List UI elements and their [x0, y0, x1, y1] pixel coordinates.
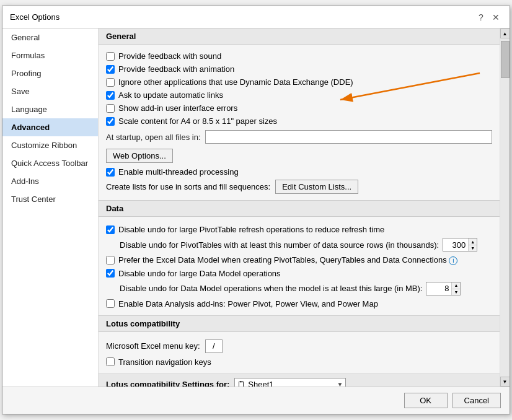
custom-lists-label: Create lists for use in sorts and fill s… [106, 182, 270, 191]
sidebar-item-general[interactable]: General [2, 28, 98, 46]
update-links-checkbox[interactable] [106, 91, 115, 100]
data-section-header: Data [99, 200, 500, 217]
sidebar-item-quick-access[interactable]: Quick Access Toolbar [2, 154, 98, 172]
scale-content-checkbox[interactable] [106, 117, 115, 126]
cancel-button[interactable]: Cancel [452, 393, 501, 408]
lotus-menu-key-row: Microsoft Excel menu key: [106, 337, 492, 356]
info-icon[interactable]: i [449, 256, 457, 265]
sidebar-item-customize-ribbon[interactable]: Customize Ribbon [2, 136, 98, 154]
help-button[interactable]: ? [475, 11, 487, 24]
ignore-dde-checkbox[interactable] [106, 78, 115, 87]
footer: OK Cancel [2, 387, 510, 414]
sidebar: General Formulas Proofing Save Language … [2, 28, 99, 387]
spinbox-buttons-2: ▲ ▼ [451, 282, 460, 295]
undo-dm-mb-row: Disable undo for Data Model operations w… [106, 280, 492, 297]
option-multithreaded: Enable multi-threaded processing [106, 165, 492, 178]
spin-down-btn[interactable]: ▼ [468, 245, 477, 251]
show-addin-errors-label[interactable]: Show add-in user interface errors [118, 103, 237, 113]
scale-content-label[interactable]: Scale content for A4 or 8.5 x 11" paper … [118, 116, 277, 126]
custom-lists-row: Create lists for use in sorts and fill s… [106, 178, 492, 195]
lotus-settings-for-value: Sheet1 [245, 380, 337, 387]
spin-down-btn-2[interactable]: ▼ [451, 289, 460, 295]
sidebar-item-add-ins[interactable]: Add-Ins [2, 172, 98, 190]
undo-dm-mb-spinbox: ▲ ▼ [426, 282, 461, 295]
sidebar-item-language[interactable]: Language [2, 100, 98, 118]
sidebar-item-save[interactable]: Save [2, 82, 98, 100]
option-transition-nav: Transition navigation keys [106, 356, 492, 369]
general-section-content: Provide feedback with sound Provide feed… [99, 45, 500, 200]
update-links-label[interactable]: Ask to update automatic links [118, 90, 223, 100]
lotus-settings-for-row: Lotus compatibility Settings for: 🗒 Shee… [99, 374, 500, 387]
option-disable-undo-dm: Disable undo for large Data Model operat… [106, 267, 492, 280]
option-disable-undo-pivot: Disable undo for large PivotTable refres… [106, 223, 492, 236]
lotus-menu-key-label: Microsoft Excel menu key: [106, 341, 200, 351]
scroll-track [500, 38, 510, 377]
enable-power-pivot-checkbox[interactable] [106, 299, 115, 308]
dropdown-arrow-icon: ▼ [337, 381, 343, 387]
scroll-up-button[interactable]: ▲ [500, 28, 510, 38]
undo-pivot-rows-input[interactable] [443, 238, 468, 251]
prefer-excel-dm-label[interactable]: Prefer the Excel Data Model when creatin… [118, 255, 457, 265]
option-prefer-excel-dm: Prefer the Excel Data Model when creatin… [106, 253, 492, 267]
enable-power-pivot-label[interactable]: Enable Data Analysis add-ins: Power Pivo… [118, 299, 378, 308]
feedback-sound-checkbox[interactable] [106, 52, 115, 61]
disable-undo-dm-label[interactable]: Disable undo for large Data Model operat… [118, 269, 281, 278]
dialog-body: General Formulas Proofing Save Language … [2, 28, 510, 387]
startup-input[interactable] [205, 130, 492, 144]
excel-options-dialog: Excel Options ? ✕ General Formulas Proof… [2, 6, 510, 414]
ignore-dde-label[interactable]: Ignore other applications that use Dynam… [118, 77, 353, 87]
sidebar-item-proofing[interactable]: Proofing [2, 64, 98, 82]
web-options-row: Web Options... [106, 146, 492, 165]
undo-pivot-rows-label: Disable undo for PivotTables with at lea… [120, 240, 439, 250]
edit-custom-lists-button[interactable]: Edit Custom Lists... [275, 180, 358, 194]
option-update-links: Ask to update automatic links [106, 89, 492, 102]
close-button[interactable]: ✕ [490, 11, 502, 24]
spin-up-btn[interactable]: ▲ [468, 238, 477, 245]
disable-undo-dm-checkbox[interactable] [106, 269, 115, 278]
scroll-thumb[interactable] [501, 41, 510, 78]
multithreaded-checkbox[interactable] [106, 168, 115, 177]
show-addin-errors-checkbox[interactable] [106, 104, 115, 113]
disable-undo-pivot-label[interactable]: Disable undo for large PivotTable refres… [118, 225, 384, 234]
title-controls: ? ✕ [475, 11, 502, 24]
sidebar-item-trust-center[interactable]: Trust Center [2, 190, 98, 208]
feedback-sound-label[interactable]: Provide feedback with sound [118, 51, 221, 61]
dialog-title: Excel Options [10, 12, 60, 22]
option-feedback-sound: Provide feedback with sound [106, 50, 492, 63]
lotus-section-header: Lotus compatibility [99, 315, 500, 332]
scrollbar: ▲ ▼ [500, 28, 510, 387]
prefer-excel-dm-checkbox[interactable] [106, 256, 115, 265]
menu-key-input[interactable] [205, 339, 223, 353]
undo-pivot-rows-row: Disable undo for PivotTables with at lea… [106, 236, 492, 253]
web-options-button[interactable]: Web Options... [106, 149, 173, 163]
lotus-section-content: Microsoft Excel menu key: Transition nav… [99, 332, 500, 374]
title-bar-left: Excel Options [10, 12, 60, 22]
lotus-settings-for-select[interactable]: 🗒 Sheet1 ▼ [234, 378, 346, 387]
content-wrapper: General Provide feedback with sound Prov… [99, 28, 510, 387]
feedback-animation-checkbox[interactable] [106, 65, 115, 74]
undo-dm-mb-label: Disable undo for Data Model operations w… [120, 284, 422, 293]
title-bar: Excel Options ? ✕ [2, 6, 510, 28]
option-scale-content: Scale content for A4 or 8.5 x 11" paper … [106, 115, 492, 128]
startup-label: At startup, open all files in: [106, 133, 200, 142]
sheet-icon: 🗒 [237, 380, 245, 387]
startup-row: At startup, open all files in: [106, 128, 492, 146]
feedback-animation-label[interactable]: Provide feedback with animation [118, 64, 234, 74]
spin-up-btn-2[interactable]: ▲ [451, 282, 460, 289]
transition-nav-label[interactable]: Transition navigation keys [118, 357, 211, 367]
undo-dm-mb-input[interactable] [426, 282, 451, 295]
lotus-settings-for-label: Lotus compatibility Settings for: [106, 380, 229, 387]
sidebar-item-advanced[interactable]: Advanced [2, 118, 98, 136]
ok-button[interactable]: OK [404, 393, 448, 408]
option-ignore-dde: Ignore other applications that use Dynam… [106, 76, 492, 89]
sidebar-item-formulas[interactable]: Formulas [2, 46, 98, 64]
option-feedback-animation: Provide feedback with animation [106, 63, 492, 76]
scroll-down-button[interactable]: ▼ [500, 377, 510, 387]
transition-nav-checkbox[interactable] [106, 357, 115, 366]
multithreaded-label[interactable]: Enable multi-threaded processing [118, 167, 239, 177]
spinbox-buttons: ▲ ▼ [468, 238, 477, 251]
general-section-header: General [99, 28, 500, 45]
undo-pivot-rows-spinbox: ▲ ▼ [443, 238, 477, 252]
content-area: General Provide feedback with sound Prov… [99, 28, 500, 387]
disable-undo-pivot-checkbox[interactable] [106, 225, 115, 234]
